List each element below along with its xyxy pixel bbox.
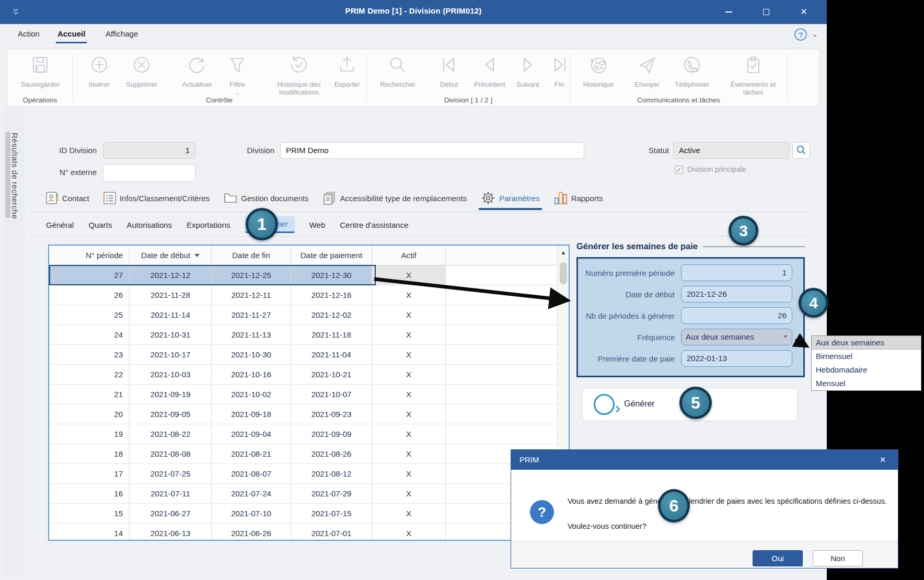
subtab[interactable]: Exportations <box>187 221 230 229</box>
group-label-communications: Communications et tâches <box>570 96 787 104</box>
generate-section-title: Générer les semaines de paie <box>576 241 805 251</box>
callout-5: 5 <box>679 387 712 419</box>
division-field[interactable]: PRIM Demo <box>280 142 584 159</box>
tab-parametres[interactable]: Paramètres <box>481 186 540 210</box>
dialog-question: Voulez-vous continuer? <box>568 522 646 530</box>
num-externe-field[interactable] <box>103 164 195 182</box>
callout-1: 1 <box>246 208 278 240</box>
col-header-date-fin[interactable]: Date de fin <box>212 246 291 265</box>
first-pay-date-field[interactable]: 2022-01-13 <box>681 350 792 367</box>
first-record-button[interactable]: Début <box>432 54 466 88</box>
insert-icon <box>78 54 121 78</box>
menu-affichage[interactable]: Affichage <box>106 29 138 38</box>
statut-search-button[interactable] <box>792 142 810 159</box>
scroll-up-icon[interactable]: ▲ <box>558 247 569 258</box>
first-period-field[interactable]: 1 <box>681 264 792 281</box>
send-button[interactable]: Envoyer <box>629 54 665 88</box>
save-button[interactable]: Sauvegarder <box>15 54 65 88</box>
modification-history-button[interactable]: Historique des modifications <box>258 54 340 96</box>
table-row[interactable]: 26 2021-11-28 2021-12-11 2021-12-16 X <box>49 285 569 305</box>
table-row[interactable]: 19 2021-08-22 2021-09-04 2021-09-09 X <box>49 424 569 444</box>
table-row[interactable]: 14 2021-06-13 2021-06-26 2021-07-01 X <box>49 524 569 541</box>
last-icon <box>548 54 570 78</box>
tab-accessibilite-remplacements[interactable]: Accessibilité type de remplacements <box>323 186 467 210</box>
dropdown-option[interactable]: Bimensuel <box>812 350 921 363</box>
table-row[interactable]: 25 2021-11-14 2021-11-27 2021-12-02 X <box>49 305 569 325</box>
col-header-periode[interactable]: N° période <box>49 246 130 265</box>
dropdown-option[interactable]: Aux deux semaines <box>812 336 921 350</box>
next-record-button[interactable]: Suivant <box>511 54 545 88</box>
col-header-date-debut[interactable]: Date de début <box>130 246 212 265</box>
division-principale-label: Division principale <box>687 165 746 173</box>
refresh-button[interactable]: Actualiser <box>174 54 220 88</box>
menu-accueil[interactable]: Accueil <box>57 29 85 38</box>
phone-icon <box>667 54 717 78</box>
table-row[interactable]: 20 2021-09-05 2021-09-18 2021-09-23 X <box>49 404 569 424</box>
table-row[interactable]: 27 2021-12-12 2021-12-25 2021-12-30 X <box>49 265 569 285</box>
subtab[interactable]: Général <box>46 221 74 229</box>
frequency-combobox[interactable]: Aux deux semaines <box>681 329 792 345</box>
last-record-button[interactable]: Fin <box>548 54 570 88</box>
scrollbar-thumb[interactable] <box>560 262 567 284</box>
phone-button[interactable]: Téléphoner <box>667 54 717 88</box>
id-division-label: ID Division <box>31 146 97 155</box>
statut-field[interactable]: Active <box>673 142 789 159</box>
documents-stack-icon <box>323 191 337 205</box>
menu-action[interactable]: Action <box>18 29 40 38</box>
col-header-actif[interactable]: Actif <box>372 246 446 265</box>
contact-card-icon <box>46 191 59 205</box>
tab-contact[interactable]: Contact <box>46 186 89 210</box>
periods-count-field[interactable]: 26 <box>681 307 792 324</box>
group-label-controle: Contrôle <box>72 96 366 104</box>
table-row[interactable]: 21 2021-09-19 2021-10-02 2021-10-07 X <box>49 385 569 404</box>
subtab[interactable]: Quarts <box>88 221 112 229</box>
combo-dropdown-icon[interactable] <box>783 335 788 338</box>
history-check-icon <box>258 54 340 78</box>
help-icon[interactable]: ? <box>794 28 807 41</box>
division-principale-checkbox[interactable]: ✓ <box>675 166 683 174</box>
close-button[interactable]: ✕ <box>792 4 815 20</box>
dropdown-option[interactable]: Hebdomadaire <box>812 363 921 377</box>
no-button[interactable]: Non <box>813 550 863 566</box>
search-results-handle[interactable] <box>5 132 10 218</box>
yes-button[interactable]: Oui <box>753 550 803 566</box>
history-button[interactable]: Historique <box>574 54 622 88</box>
delete-button[interactable]: Supprimer <box>119 54 165 88</box>
minimize-button[interactable] <box>717 4 740 20</box>
subtab[interactable]: Web <box>309 221 326 229</box>
search-results-tab[interactable]: Résultats de recherche <box>10 133 19 219</box>
tab-gestion-documents[interactable]: Gestion documents <box>224 186 308 210</box>
col-header-date-paiement[interactable]: Date de paiement <box>291 246 372 265</box>
gear-icon <box>481 191 495 205</box>
table-row[interactable]: 17 2021-07-25 2021-08-07 2021-08-12 X <box>49 464 569 484</box>
ribbon-collapse-icon[interactable]: ⌄ <box>812 30 818 38</box>
maximize-button[interactable] <box>755 4 778 20</box>
dialog-separator <box>511 541 898 541</box>
dropdown-option[interactable]: Mensuel <box>812 377 921 390</box>
events-tasks-button[interactable]: Événements et tâches <box>722 54 784 96</box>
table-row[interactable]: 15 2021-06-27 2021-07-10 2021-07-15 X <box>49 504 569 524</box>
table-row[interactable]: 16 2021-07-11 2021-07-24 2021-07-29 X <box>49 484 569 504</box>
insert-button[interactable]: Insérer <box>78 54 121 88</box>
table-row[interactable]: 22 2021-10-03 2021-10-16 2021-10-21 X <box>49 365 569 385</box>
table-row[interactable]: 23 2021-10-17 2021-10-30 2021-11-04 X <box>49 345 569 365</box>
subtab[interactable]: Autorisations <box>126 221 172 229</box>
subtab[interactable]: Centre d'assistance <box>340 221 408 229</box>
table-row[interactable]: 24 2021-10-31 2021-11-13 2021-11-18 X <box>49 325 569 345</box>
filter-dropdown-icon[interactable]: ⌄ <box>221 89 253 97</box>
tab-rapports[interactable]: Rapports <box>554 186 603 210</box>
previous-record-button[interactable]: Précédent <box>468 54 512 88</box>
start-date-field[interactable]: 2021-12-26 <box>681 286 792 303</box>
dialog-close-icon[interactable]: ✕ <box>875 450 891 470</box>
col-header-empty[interactable] <box>446 246 557 265</box>
search-icon <box>374 54 422 78</box>
export-button[interactable]: Exporter <box>330 54 364 88</box>
id-division-field[interactable]: 1 <box>103 142 195 159</box>
filter-button[interactable]: Filtre ⌄ <box>221 54 253 97</box>
dialog-footer: Oui Non <box>511 541 898 568</box>
group-divider <box>366 54 367 102</box>
ribbon-search-button[interactable]: Rechercher <box>374 54 422 88</box>
sort-desc-icon <box>194 254 200 257</box>
table-row[interactable]: 18 2021-08-08 2021-08-21 2021-08-26 X <box>49 444 569 464</box>
tab-infos-classement-criteres[interactable]: Infos/Classement/Critères <box>103 186 210 210</box>
